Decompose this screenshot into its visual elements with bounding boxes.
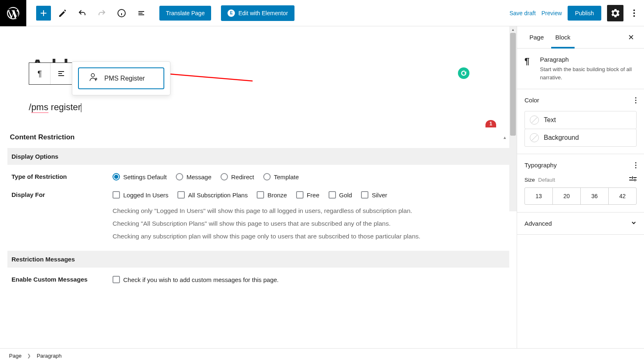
display-options-heading: Display Options [7, 148, 509, 165]
display-for-help: Checking only "Logged In Users" will sho… [113, 204, 507, 243]
elementor-button[interactable]: E Edit with Elementor [221, 5, 294, 21]
block-type-button[interactable]: ¶ [29, 63, 51, 84]
list-view-button[interactable] [133, 5, 150, 21]
close-icon: ✕ [628, 33, 634, 42]
size-13[interactable]: 13 [525, 188, 553, 204]
typography-section: Typography Size Default 13 20 36 42 [517, 154, 644, 213]
tab-page[interactable]: Page [524, 26, 550, 48]
radio-template[interactable]: Template [263, 173, 299, 180]
more-vertical-icon[interactable] [635, 97, 637, 104]
svg-point-9 [635, 102, 637, 103]
checkbox-icon [296, 191, 304, 199]
sidebar-tabs: Page Block ✕ [517, 26, 644, 49]
paragraph-icon: ¶ [37, 69, 42, 79]
content-restriction-header[interactable]: Content Restriction ▲ [7, 125, 509, 148]
outline-icon [137, 9, 146, 18]
checkbox-bronze[interactable]: Bronze [257, 191, 287, 199]
radio-settings-default[interactable]: Settings Default [113, 173, 167, 180]
caret-up-icon: ▲ [503, 135, 507, 140]
display-for-row: Display For Logged In Users All Subscrip… [7, 189, 509, 251]
toolbar-right: Save draft Preview Publish [509, 5, 644, 21]
color-heading[interactable]: Color [517, 89, 644, 111]
block-toolbar: ¶ [29, 62, 72, 85]
size-buttons: 13 20 36 42 [524, 187, 637, 205]
breadcrumb-root[interactable]: Page [9, 353, 21, 359]
size-20[interactable]: 20 [553, 188, 581, 204]
grammarly-icon [460, 70, 467, 76]
type-label: Type of Restriction [10, 173, 96, 180]
translate-button[interactable]: Translate Page [159, 6, 211, 21]
preview-link[interactable]: Preview [541, 10, 562, 16]
undo-button[interactable] [74, 5, 90, 21]
top-toolbar: Translate Page E Edit with Elementor Sav… [0, 0, 644, 26]
checkbox-all-plans[interactable]: All Subscription Plans [177, 191, 248, 199]
info-button[interactable] [113, 5, 130, 21]
typography-heading[interactable]: Typography [517, 154, 644, 176]
settings-button[interactable] [607, 5, 623, 21]
color-text-row[interactable]: Text [524, 111, 637, 129]
more-options-button[interactable] [629, 5, 639, 21]
radio-icon [113, 173, 120, 180]
svg-point-4 [91, 74, 94, 77]
breadcrumb: Page ❯ Paragraph [0, 348, 644, 363]
plus-icon [39, 8, 48, 18]
size-42[interactable]: 42 [609, 188, 636, 204]
radio-icon [263, 173, 271, 180]
block-align-button[interactable] [51, 63, 72, 84]
svg-point-1 [633, 9, 635, 11]
radio-redirect[interactable]: Redirect [221, 173, 254, 180]
custom-size-button[interactable] [629, 176, 637, 183]
editor-area: ▲ Add ¶ 1 PMS Registe [0, 26, 517, 348]
enable-custom-label: Enable Custom Messages [10, 276, 96, 283]
checkbox-enable-custom[interactable]: Check if you wish to add custom messages… [113, 276, 507, 283]
display-for-checkboxes: Logged In Users All Subscription Plans B… [113, 191, 507, 199]
pencil-icon [58, 9, 67, 18]
block-title: Paragraph [540, 56, 637, 63]
svg-point-7 [635, 97, 637, 98]
checkbox-icon [177, 191, 185, 199]
restriction-messages-heading: Restriction Messages [7, 251, 509, 268]
type-radio-group: Settings Default Message Redirect Templa… [113, 173, 507, 180]
checkbox-icon [113, 191, 120, 199]
chevron-down-icon [631, 220, 637, 227]
svg-point-2 [633, 12, 635, 14]
publish-button[interactable]: Publish [568, 6, 601, 21]
more-vertical-icon[interactable] [635, 162, 637, 169]
info-icon [117, 9, 126, 18]
checkbox-icon [329, 191, 336, 199]
radio-icon [176, 173, 183, 180]
breadcrumb-current[interactable]: Paragraph [37, 353, 62, 359]
color-background-row[interactable]: Background [524, 129, 637, 147]
size-36[interactable]: 36 [581, 188, 609, 204]
redo-icon [97, 9, 106, 18]
translate-label: Translate Page [166, 10, 205, 16]
elementor-label: Edit with Elementor [238, 10, 288, 16]
checkbox-gold[interactable]: Gold [329, 191, 352, 199]
checkbox-free[interactable]: Free [296, 191, 320, 199]
radio-icon [221, 173, 228, 180]
radio-message[interactable]: Message [176, 173, 212, 180]
elementor-icon: E [228, 9, 235, 17]
checkbox-silver[interactable]: Silver [361, 191, 387, 199]
suggest-item-pms-register[interactable]: PMS Register [78, 67, 164, 89]
add-block-button[interactable] [36, 6, 51, 21]
checkbox-icon [257, 191, 264, 199]
advanced-heading[interactable]: Advanced [517, 213, 644, 234]
text-cursor [81, 103, 81, 112]
align-icon [57, 69, 65, 78]
edit-mode-button[interactable] [54, 5, 71, 21]
checkbox-logged-in[interactable]: Logged In Users [113, 191, 168, 199]
wordpress-logo[interactable] [0, 0, 26, 26]
svg-point-11 [635, 164, 637, 166]
gear-icon [611, 9, 620, 18]
block-suggest-popup: PMS Register [72, 61, 170, 95]
save-draft-link[interactable]: Save draft [509, 10, 536, 16]
content-restriction-section: Content Restriction ▲ Display Options Ty… [0, 125, 517, 291]
settings-sidebar: Page Block ✕ ¶ Paragraph Start with the … [517, 26, 644, 348]
close-sidebar-button[interactable]: ✕ [625, 30, 637, 45]
grammarly-button[interactable] [458, 67, 469, 79]
tab-block[interactable]: Block [550, 26, 576, 48]
sliders-icon [629, 176, 637, 182]
redo-button[interactable] [94, 5, 110, 21]
user-plus-icon [89, 72, 99, 84]
